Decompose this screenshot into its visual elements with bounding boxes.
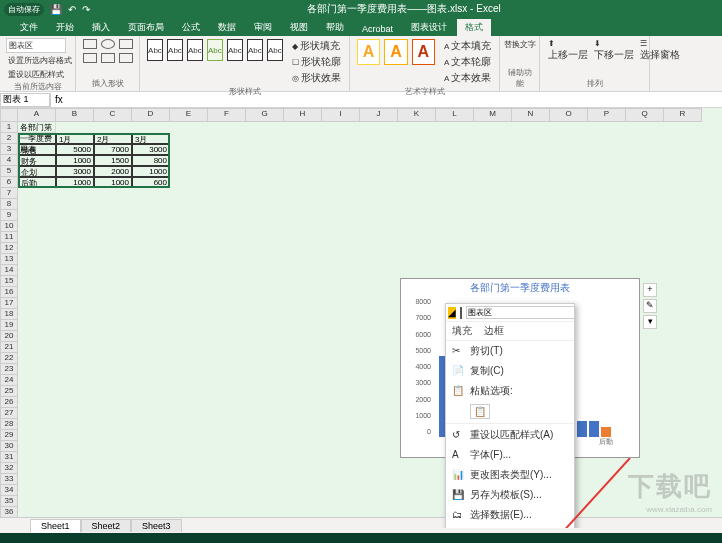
cell[interactable]: 1000: [132, 166, 170, 177]
wordart-3[interactable]: A: [412, 39, 435, 65]
shape-style-4[interactable]: Abc: [207, 39, 223, 61]
ctx-重设以匹配样式A[interactable]: ↺重设以匹配样式(A): [446, 425, 574, 445]
cell[interactable]: 1500: [94, 155, 132, 166]
save-icon[interactable]: 💾: [50, 4, 62, 15]
ribbon-tab-插入[interactable]: 插入: [84, 19, 118, 36]
row-header[interactable]: 8: [0, 199, 18, 210]
shape-style-2[interactable]: Abc: [167, 39, 183, 61]
row-header[interactable]: 15: [0, 276, 18, 287]
cell[interactable]: 后勤: [18, 177, 56, 188]
send-backward[interactable]: ⬇下移一层: [592, 38, 636, 63]
col-header[interactable]: R: [664, 108, 702, 122]
row-header[interactable]: 20: [0, 331, 18, 342]
col-header[interactable]: A: [18, 108, 56, 122]
ctx-另存为模板S[interactable]: 💾另存为模板(S)...: [446, 485, 574, 505]
shape-style-3[interactable]: Abc: [187, 39, 203, 61]
shape-fill[interactable]: ◆ 形状填充: [290, 38, 343, 54]
ctx-复制C[interactable]: 📄复制(C): [446, 361, 574, 381]
row-header[interactable]: 34: [0, 485, 18, 496]
ribbon-tab-页面布局[interactable]: 页面布局: [120, 19, 172, 36]
row-header[interactable]: 11: [0, 232, 18, 243]
autosave-toggle[interactable]: 自动保存: [4, 3, 44, 16]
worksheet-grid[interactable]: ABCDEFGHIJKLMNOPQR 123456789101112131415…: [0, 108, 722, 528]
col-header[interactable]: I: [322, 108, 360, 122]
row-header[interactable]: 7: [0, 188, 18, 199]
row-header[interactable]: 23: [0, 364, 18, 375]
text-fill[interactable]: A 文本填充: [442, 38, 493, 54]
text-outline[interactable]: A 文本轮廓: [442, 54, 493, 70]
mini-outline-label[interactable]: 边框: [478, 322, 510, 340]
row-header[interactable]: 10: [0, 221, 18, 232]
redo-icon[interactable]: ↷: [82, 4, 90, 15]
cell[interactable]: 600: [132, 177, 170, 188]
ctx-更改图表类型Y[interactable]: 📊更改图表类型(Y)...: [446, 465, 574, 485]
mini-fill-label[interactable]: 填充: [446, 322, 478, 340]
col-header[interactable]: F: [208, 108, 246, 122]
chart-bar[interactable]: [589, 421, 599, 437]
ctx-选择数据E[interactable]: 🗂选择数据(E)...: [446, 505, 574, 525]
chart-bar[interactable]: [601, 427, 611, 437]
row-header[interactable]: 26: [0, 397, 18, 408]
row-header[interactable]: 32: [0, 463, 18, 474]
chart-area-selector[interactable]: 图表区: [6, 38, 66, 53]
cell[interactable]: 2月: [94, 133, 132, 144]
row-header[interactable]: 1: [0, 122, 18, 133]
cell[interactable]: 财务: [18, 155, 56, 166]
ribbon-tab-图表设计[interactable]: 图表设计: [403, 19, 455, 36]
ribbon-tab-视图[interactable]: 视图: [282, 19, 316, 36]
row-header[interactable]: 35: [0, 496, 18, 507]
shape-rect-icon[interactable]: [83, 39, 97, 49]
select-all-corner[interactable]: [0, 108, 18, 122]
chart-bar[interactable]: [577, 421, 587, 437]
row-header[interactable]: 19: [0, 320, 18, 331]
col-header[interactable]: E: [170, 108, 208, 122]
bring-forward[interactable]: ⬆上移一层: [546, 38, 590, 63]
chart-add-element-icon[interactable]: +: [643, 283, 657, 297]
cell[interactable]: 5000: [56, 144, 94, 155]
row-header[interactable]: 3: [0, 144, 18, 155]
col-header[interactable]: N: [512, 108, 550, 122]
shape-style-6[interactable]: Abc: [247, 39, 263, 61]
row-header[interactable]: 25: [0, 386, 18, 397]
selection-pane[interactable]: ☰选择窗格: [638, 38, 682, 63]
col-header[interactable]: M: [474, 108, 512, 122]
row-header[interactable]: 27: [0, 408, 18, 419]
fill-swatch-icon[interactable]: ◢: [448, 307, 456, 319]
wordart-2[interactable]: A: [384, 39, 407, 65]
row-header[interactable]: 5: [0, 166, 18, 177]
row-header[interactable]: 12: [0, 243, 18, 254]
row-header[interactable]: 31: [0, 452, 18, 463]
row-header[interactable]: 17: [0, 298, 18, 309]
shape-more-icon[interactable]: [119, 53, 133, 63]
name-box[interactable]: [0, 93, 50, 107]
col-header[interactable]: P: [588, 108, 626, 122]
shape-style-5[interactable]: Abc: [227, 39, 243, 61]
sheet-tab-Sheet3[interactable]: Sheet3: [131, 519, 182, 532]
col-header[interactable]: D: [132, 108, 170, 122]
col-header[interactable]: K: [398, 108, 436, 122]
formula-bar[interactable]: fx: [50, 93, 722, 107]
row-header[interactable]: 24: [0, 375, 18, 386]
shape-effects[interactable]: ◎ 形状效果: [290, 70, 343, 86]
col-header[interactable]: O: [550, 108, 588, 122]
row-header[interactable]: 30: [0, 441, 18, 452]
shape-line-icon[interactable]: [119, 39, 133, 49]
row-header[interactable]: 16: [0, 287, 18, 298]
ribbon-tab-格式[interactable]: 格式: [457, 19, 491, 36]
shape-oval-icon[interactable]: [101, 39, 115, 49]
chart-styles-icon[interactable]: ✎: [643, 299, 657, 313]
col-header[interactable]: C: [94, 108, 132, 122]
col-header[interactable]: J: [360, 108, 398, 122]
shape-textbox-icon[interactable]: [101, 53, 115, 63]
cell[interactable]: 2000: [94, 166, 132, 177]
row-header[interactable]: 14: [0, 265, 18, 276]
row-header[interactable]: 28: [0, 419, 18, 430]
cell[interactable]: 各部门第一季度费用表: [18, 122, 56, 133]
chart-filter-icon[interactable]: ▾: [643, 315, 657, 329]
cell[interactable]: 企划: [18, 166, 56, 177]
ctx-字体F[interactable]: A字体(F)...: [446, 445, 574, 465]
text-effects[interactable]: A 文本效果: [442, 70, 493, 86]
cell[interactable]: 销售: [18, 144, 56, 155]
chart-element-selector[interactable]: [466, 306, 575, 319]
cell[interactable]: 800: [132, 155, 170, 166]
